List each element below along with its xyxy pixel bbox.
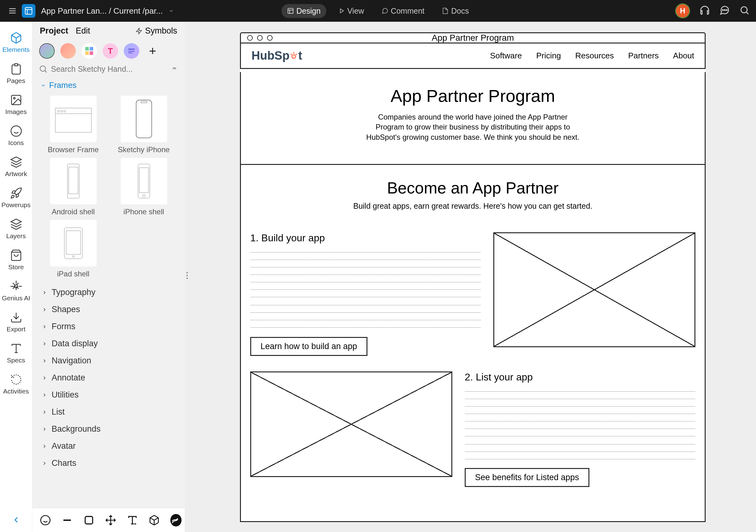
svg-point-25 [64, 110, 66, 112]
text-tool[interactable] [127, 514, 138, 526]
cat-shapes[interactable]: Shapes [32, 301, 185, 318]
library-shapes[interactable] [81, 43, 97, 59]
hero-section: App Partner Program Companies around the… [240, 72, 706, 165]
nav-about[interactable]: About [673, 51, 694, 61]
chat-icon[interactable] [719, 5, 730, 17]
search-input[interactable] [51, 64, 167, 74]
cat-typography[interactable]: Typography [32, 284, 185, 301]
tab-project[interactable]: Project [40, 26, 68, 36]
line-tool[interactable] [62, 514, 73, 526]
rail-store[interactable]: Store [0, 245, 32, 276]
canvas[interactable]: App Partner Program HubSpt Software Pric… [190, 22, 756, 532]
browser-dots [247, 35, 273, 41]
step-2-lorem-a [465, 391, 695, 437]
svg-point-37 [41, 516, 50, 525]
cat-avatar[interactable]: Avatar [32, 438, 185, 455]
library-add[interactable]: + [145, 44, 160, 58]
search-icon[interactable] [739, 5, 750, 17]
svg-rect-15 [90, 47, 93, 50]
headphones-icon[interactable] [699, 5, 710, 17]
frame-browser[interactable]: Browser Frame [42, 96, 105, 154]
avatar[interactable]: H [675, 3, 690, 18]
bottom-toolbar [32, 508, 185, 532]
frame-ipad[interactable]: iPad shell [42, 220, 105, 278]
panel-resize-handle[interactable] [185, 266, 190, 285]
become-section: Become an App Partner Build great apps, … [240, 165, 706, 522]
svg-point-3 [724, 10, 725, 11]
cat-charts[interactable]: Charts [32, 455, 185, 472]
svg-rect-30 [69, 167, 78, 194]
app-logo[interactable] [22, 4, 36, 18]
nav-partners[interactable]: Partners [628, 51, 659, 61]
svg-point-24 [61, 110, 63, 112]
emoji-tool[interactable] [40, 514, 51, 526]
sketch-tool[interactable] [170, 514, 181, 526]
mode-design[interactable]: Design [282, 4, 326, 18]
tab-edit[interactable]: Edit [76, 26, 91, 36]
frame-iphone[interactable]: iPhone shell [112, 158, 175, 216]
svg-rect-31 [138, 164, 150, 198]
svg-point-33 [143, 194, 145, 197]
rail-icons[interactable]: Icons [0, 121, 32, 152]
nav-software[interactable]: Software [490, 51, 522, 61]
mode-comment[interactable]: Comment [376, 4, 430, 18]
rail-specs[interactable]: Specs [0, 339, 32, 369]
rail-export[interactable]: Export [0, 308, 32, 339]
svg-rect-29 [68, 164, 79, 198]
cat-backgrounds[interactable]: Backgrounds [32, 420, 185, 438]
svg-marker-9 [11, 157, 21, 162]
cat-data-display[interactable]: Data display [32, 335, 185, 352]
cat-navigation[interactable]: Navigation [32, 352, 185, 369]
svg-point-47 [291, 54, 292, 55]
svg-rect-1 [288, 8, 293, 14]
step-1-lorem-a [250, 251, 481, 298]
library-text[interactable]: T [103, 43, 118, 59]
frames-grid: Browser Frame Sketchy iPhone Android she… [32, 92, 185, 283]
rail-collapse[interactable] [5, 509, 27, 532]
breadcrumb[interactable]: App Partner Lan... / Current /par... [41, 6, 174, 16]
rail-powerups[interactable]: Powerups [0, 183, 32, 214]
svg-rect-39 [85, 517, 93, 524]
mode-view-label: View [347, 7, 364, 15]
svg-marker-10 [11, 219, 21, 224]
menu-icon[interactable] [6, 5, 19, 17]
rect-tool[interactable] [83, 514, 94, 526]
step-1-image-placeholder [493, 232, 695, 347]
rail-pages[interactable]: Pages [0, 59, 32, 90]
rail-artwork[interactable]: Artwork [0, 152, 32, 183]
move-tool[interactable] [105, 514, 116, 526]
brand-logo: HubSpt [252, 49, 302, 63]
panel-head: Project Edit Symbols [32, 22, 185, 40]
rail-activities[interactable]: Activities [0, 369, 32, 401]
rail-genius-ai[interactable]: Genius AI [0, 276, 32, 308]
nav-resources[interactable]: Resources [575, 51, 614, 61]
library-icons[interactable] [60, 43, 76, 59]
library-sketchy[interactable] [39, 43, 55, 59]
step-1-lorem-b [250, 304, 481, 331]
step-2-cta[interactable]: See benefits for Listed apps [465, 468, 589, 487]
cat-forms[interactable]: Forms [32, 318, 185, 335]
rail-layers[interactable]: Layers [0, 214, 32, 245]
library-wireframe[interactable] [124, 43, 139, 59]
svg-rect-17 [90, 51, 93, 55]
nav-pricing[interactable]: Pricing [536, 51, 561, 61]
step-2-image-placeholder [250, 371, 452, 477]
symbols-button[interactable]: Symbols [136, 26, 177, 36]
step-1-cta[interactable]: Learn how to build an app [250, 337, 367, 356]
rail-images[interactable]: Images [0, 90, 32, 121]
svg-point-5 [741, 7, 747, 13]
section-frames[interactable]: Frames [32, 77, 185, 92]
become-sub: Build great apps, earn great rewards. He… [250, 202, 695, 211]
expand-icon[interactable] [170, 64, 178, 74]
rail-elements[interactable]: Elements [0, 28, 32, 59]
frame-sketchy-iphone[interactable]: Sketchy iPhone [112, 96, 175, 154]
mode-docs[interactable]: Docs [436, 4, 474, 18]
cat-utilities[interactable]: Utilities [32, 386, 185, 403]
artboard[interactable]: App Partner Program HubSpt Software Pric… [240, 32, 706, 522]
cat-list[interactable]: List [32, 403, 185, 420]
cat-annotate[interactable]: Annotate [32, 369, 185, 386]
mode-view[interactable]: View [332, 4, 370, 18]
frame-android[interactable]: Android shell [42, 158, 105, 216]
cube-tool[interactable] [148, 514, 160, 526]
svg-rect-28 [141, 101, 147, 103]
